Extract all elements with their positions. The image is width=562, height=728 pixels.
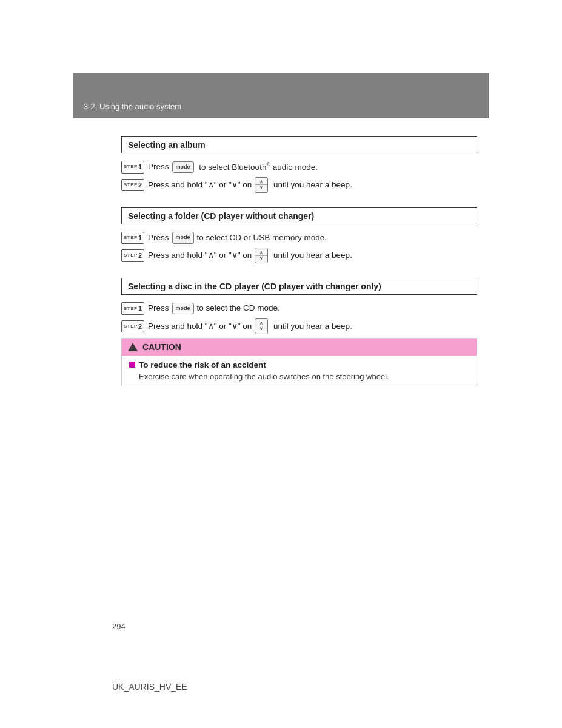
arrows-button-disc: ∧ ∨ [255,318,268,334]
section-title-folder: Selecting a folder (CD player without ch… [121,207,477,224]
step-2-disc-text-after: until you hear a beep. [271,320,352,332]
step-1-album-text-before: Press [148,161,169,173]
arrows-button-folder: ∧ ∨ [255,248,268,263]
step-1-album: STEP 1 Press mode to select Bluetooth® a… [121,161,477,174]
step-num-f2: 2 [138,251,142,261]
step-2-folder-text-after: until you hear a beep. [271,249,352,261]
step-2-disc: STEP 2 Press and hold "∧" or "∨" on ∧ ∨ … [121,318,477,334]
step-2-album-text-before: Press and hold "∧" or "∨" on [148,179,252,191]
section-selecting-folder: Selecting a folder (CD player without ch… [121,207,477,264]
step-1-folder: STEP 1 Press mode to select CD or USB me… [121,232,477,244]
step-2-disc-text-before: Press and hold "∧" or "∨" on [148,320,252,332]
caution-body: To reduce the risk of an accident Exerci… [122,356,477,386]
page-number: 294 [112,622,125,631]
step-1-album-text-after: to select Bluetooth® audio mode. [197,161,318,174]
step-num-2: 2 [138,180,142,190]
section-selecting-album: Selecting an album STEP 1 Press mode to … [121,136,477,193]
step-badge-2-disc: STEP 2 [121,320,144,333]
mode-button-1: mode [172,161,194,174]
step-num-d2: 2 [138,322,142,332]
mode-button-disc: mode [172,303,194,315]
caution-title: To reduce the risk of an accident [129,360,469,369]
step-1-folder-text-before: Press [148,232,169,244]
step-1-disc-text-after: to select the CD mode. [197,302,280,314]
mode-btn-label: mode [176,163,190,172]
step-badge-2-folder: STEP 2 [121,249,144,262]
step-badge-1-disc: STEP 1 [121,302,144,315]
caution-warning-title: To reduce the risk of an accident [139,360,266,369]
step-1-disc: STEP 1 Press mode to select the CD mode. [121,302,477,315]
caution-label: CAUTION [142,342,181,352]
step-label-f1: STEP [124,234,138,241]
step-num-d1: 1 [138,303,142,314]
mode-btn-label-f: mode [176,234,190,242]
step-num: 1 [138,162,142,172]
breadcrumb: 3-2. Using the audio system [84,102,181,111]
doc-code: UK_AURIS_HV_EE [112,682,187,692]
step-label-d2: STEP [124,323,138,330]
step-1-disc-text-before: Press [148,302,169,314]
arrows-button-album: ∧ ∨ [255,177,268,193]
caution-triangle-icon [128,343,138,351]
step-2-album: STEP 2 Press and hold "∧" or "∨" on ∧ ∨ … [121,177,477,193]
mode-btn-label-d: mode [176,305,190,313]
header-bar: 3-2. Using the audio system [73,73,489,118]
step-1-folder-text-after: to select CD or USB memory mode. [197,232,327,244]
section-selecting-disc: Selecting a disc in the CD player (CD pl… [121,278,477,386]
step-badge-1-album: STEP 1 [121,161,144,174]
step-2-folder-text-before: Press and hold "∧" or "∨" on [148,249,252,261]
section-title-album: Selecting an album [121,136,477,153]
caution-box: CAUTION To reduce the risk of an acciden… [121,338,477,386]
step-num-f1: 1 [138,233,142,243]
step-badge-1-folder: STEP 1 [121,232,144,244]
step-2-album-text-after: until you hear a beep. [271,179,352,191]
main-content: Selecting an album STEP 1 Press mode to … [121,136,477,401]
caution-bullet-icon [129,362,135,368]
step-badge-2-album: STEP 2 [121,179,144,192]
mode-button-folder: mode [172,232,194,244]
step-2-folder: STEP 2 Press and hold "∧" or "∨" on ∧ ∨ … [121,248,477,263]
step-label-2: STEP [124,181,138,189]
caution-warning-text: Exercise care when operating the audio s… [139,372,469,381]
caution-header: CAUTION [122,339,477,356]
step-label: STEP [124,163,138,170]
section-title-disc: Selecting a disc in the CD player (CD pl… [121,278,477,295]
step-label-f2: STEP [124,252,138,259]
step-label-d1: STEP [124,305,138,312]
